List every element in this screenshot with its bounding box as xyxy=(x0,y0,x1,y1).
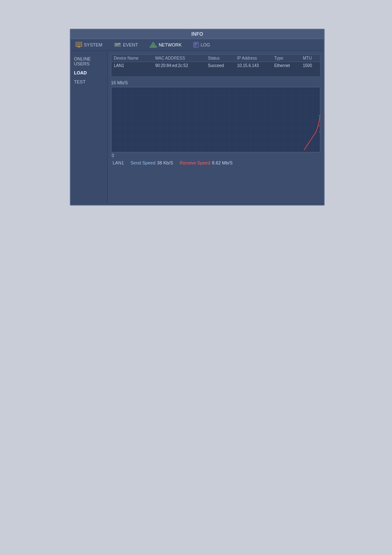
window-title: INFO xyxy=(191,31,203,37)
lan-label: LAN1 xyxy=(113,160,124,165)
col-header-device-name: Device Name xyxy=(111,55,153,62)
sidebar: ONLINE USERS LOAD TEST xyxy=(71,51,108,203)
empty-row xyxy=(111,69,321,76)
event-icon xyxy=(114,42,121,48)
tab-network-label: NETWORK xyxy=(159,42,182,47)
col-header-ip: IP Address xyxy=(235,55,272,62)
chart-max-label: 16 Mb/S xyxy=(111,80,321,85)
cell-ip: 10.15.6.143 xyxy=(235,62,272,69)
svg-rect-11 xyxy=(194,44,197,45)
cell-mtu: 1500 xyxy=(300,62,321,69)
network-icon xyxy=(150,42,157,48)
tab-log-label: LOG xyxy=(201,42,210,47)
col-header-mac: MAC ADDRESS xyxy=(153,55,205,62)
tab-event[interactable]: EVENT xyxy=(112,41,140,49)
svg-rect-13 xyxy=(111,87,320,152)
svg-rect-2 xyxy=(78,46,80,47)
title-bar: INFO xyxy=(71,30,324,39)
receive-speed-value: 8.62 Mb/S xyxy=(212,160,233,165)
speed-bar: LAN1 Send Speed 38 Kb/S Receive Speed 8.… xyxy=(111,160,321,165)
send-speed-item: Send Speed 38 Kb/S xyxy=(131,160,173,165)
content-area: Device Name MAC ADDRESS Status IP Addres… xyxy=(108,51,324,203)
col-header-type: Type xyxy=(272,55,300,62)
cell-device-name: LAN1 xyxy=(111,62,153,69)
cell-mac: 90:20:84:ed:2c:52 xyxy=(153,62,205,69)
svg-rect-12 xyxy=(194,46,196,46)
cell-status: Succeed xyxy=(205,62,235,69)
tab-log[interactable]: LOG xyxy=(191,41,212,49)
tab-event-label: EVENT xyxy=(123,42,138,47)
col-header-mtu: MTU xyxy=(300,55,321,62)
svg-point-6 xyxy=(119,43,120,44)
cell-type: Ethernet xyxy=(272,62,300,69)
chart-grid-svg xyxy=(111,87,320,152)
sidebar-item-test[interactable]: TEST xyxy=(71,77,107,86)
send-speed-label: Send Speed xyxy=(131,160,156,165)
tab-network[interactable]: NETWORK xyxy=(148,41,183,49)
send-speed-value: 38 Kb/S xyxy=(157,160,173,165)
network-table: Device Name MAC ADDRESS Status IP Addres… xyxy=(111,54,321,77)
log-icon xyxy=(193,42,199,48)
main-window: INFO SYSTEM EVENT xyxy=(70,29,325,206)
chart-section: 16 Mb/S xyxy=(111,80,321,165)
svg-rect-1 xyxy=(77,43,81,46)
receive-speed-label: Receive Speed xyxy=(180,160,210,165)
sidebar-item-load[interactable]: LOAD xyxy=(71,68,107,77)
tab-system-label: SYSTEM xyxy=(84,42,102,47)
sidebar-item-online-users[interactable]: ONLINE USERS xyxy=(71,54,107,68)
system-icon xyxy=(76,42,82,48)
table-row: LAN1 90:20:84:ed:2c:52 Succeed 10.15.6.1… xyxy=(111,62,321,69)
tab-bar: SYSTEM EVENT NETWORK xyxy=(71,39,324,51)
svg-rect-10 xyxy=(194,43,198,44)
main-layout: ONLINE USERS LOAD TEST Device Name MAC A… xyxy=(71,51,324,203)
receive-speed-item: Receive Speed 8.62 Mb/S xyxy=(180,160,233,165)
chart-container xyxy=(111,87,321,153)
chart-min-label: 0 xyxy=(111,153,321,158)
col-header-status: Status xyxy=(205,55,235,62)
tab-system[interactable]: SYSTEM xyxy=(74,41,104,49)
svg-rect-5 xyxy=(115,45,118,46)
